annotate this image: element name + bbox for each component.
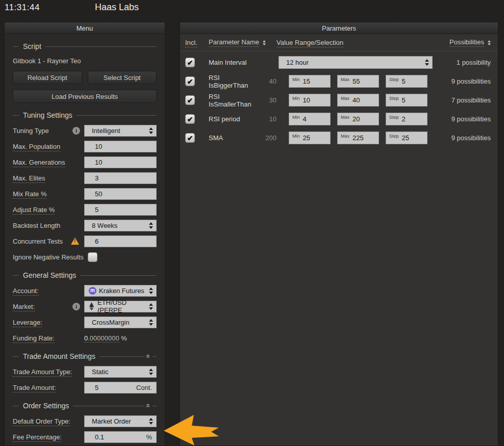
tuning-type-select[interactable]: Intelligent [84,125,157,137]
adjust-rate-input[interactable]: 5 [84,204,157,216]
column-parameter-name[interactable]: Parameter Name [209,38,276,47]
select-script-button[interactable]: Select Script [88,71,157,84]
funding-rate-value: 0.00000000 % [84,334,157,342]
spinner-icon[interactable] [146,418,153,425]
column-possibilities[interactable]: Possibilities [411,38,493,47]
ignore-negative-results-checkbox[interactable] [88,252,97,262]
checkmark-icon: ✔ [187,97,193,104]
unit-suffix: % [146,433,152,441]
input-value: 5 [95,384,98,391]
collapse-icon[interactable]: « [146,404,151,408]
min-input[interactable]: Min25 [289,132,331,144]
trade-amount-input[interactable]: 5 Cont. [84,382,157,393]
divider [13,356,19,357]
min-input[interactable]: Min10 [289,94,331,107]
field-label: Backtest Length [13,222,84,229]
field-label: Max. Generations [13,159,84,166]
main-interval-select[interactable]: 12 hour [279,56,433,69]
collapse-icon[interactable]: « [146,354,151,358]
include-checkbox[interactable]: ✔ [185,133,195,143]
step-input[interactable]: Step2 [386,113,427,125]
max-generations-input[interactable]: 10 [84,156,157,168]
checkmark-icon: ✔ [187,116,193,123]
parameter-name: RSI IsBiggerThan [209,74,261,89]
field-adjust-rate: Adjust Rate % 5 [13,203,157,216]
parameter-name: Main Interval [209,59,279,66]
divider [80,275,157,276]
reload-script-button[interactable]: Reload Script [13,71,82,84]
include-checkbox[interactable]: ✔ [185,95,195,105]
divider [13,275,19,276]
spinner-icon[interactable] [146,287,153,294]
checkmark-icon: ✔ [187,135,193,142]
input-value: 10 [95,159,102,166]
selected-value: Static [92,368,109,376]
spinner-icon[interactable] [146,303,153,310]
backtest-length-select[interactable]: 8 Weeks [84,220,157,231]
divider [73,406,144,406]
field-label: Tuning Type [13,127,69,135]
divider [77,115,157,116]
current-value: 200 [261,134,276,142]
spinner-icon[interactable] [146,127,153,134]
spinner-icon[interactable] [146,222,153,229]
spinner-icon[interactable] [146,369,153,375]
min-input[interactable]: Min15 [289,75,331,88]
max-elites-input[interactable]: 3 [84,172,157,184]
parameter-name: SMA [209,134,261,142]
concurrent-tests-input[interactable]: 6 [84,235,157,247]
input-value: 3 [95,174,98,182]
field-label: Market: [13,303,69,310]
section-title: Script [23,42,41,50]
field-label: Mix Rate % [13,190,84,198]
info-icon[interactable]: i [72,127,80,135]
max-input[interactable]: Max225 [337,132,379,144]
field-leverage: Leverage: CrossMargin [13,316,157,328]
trade-amount-type-select[interactable]: Static [84,366,157,378]
table-row: ✔ Main Interval 12 hour 1 possibility [180,53,498,72]
info-icon[interactable]: i [72,303,80,310]
max-input[interactable]: Max40 [337,94,379,107]
load-previous-results-button[interactable]: Load Previous Results [13,90,157,103]
default-order-type-select[interactable]: Market Order [84,415,157,427]
spinner-icon[interactable] [146,319,153,326]
divider [99,356,144,357]
leverage-select[interactable]: CrossMargin [84,317,157,328]
step-input[interactable]: Step5 [386,94,427,107]
field-label: Default Order Type: [13,417,84,425]
spinner-icon[interactable] [422,59,429,66]
include-checkbox[interactable]: ✔ [185,114,195,124]
selected-value: Market Order [92,417,131,425]
market-select[interactable]: ETH/USD (PERPE [84,301,157,312]
possibilities-value: 7 possibilities [434,96,493,104]
field-label: Funding Rate: [13,334,84,342]
mix-rate-input[interactable]: 50 [84,188,157,200]
account-select[interactable]: m Kraken Futures [84,285,157,297]
field-concurrent-tests: Concurrent Tests ! 6 [13,235,157,247]
step-input[interactable]: Step5 [386,75,427,88]
max-population-input[interactable]: 10 [84,141,157,152]
max-input[interactable]: Max55 [337,75,379,88]
section-order-settings: Order Settings « [13,402,157,410]
field-label: Max. Population [13,143,84,150]
sort-icon[interactable] [488,40,491,45]
section-title: General Settings [23,271,76,279]
max-input[interactable]: Max20 [337,113,379,125]
field-label: Account: [13,287,84,295]
field-mix-rate: Mix Rate % 50 [13,188,157,200]
kraken-logo-icon: m [89,287,96,295]
step-input[interactable]: Step25 [386,132,427,144]
field-tuning-type: Tuning Type i Intelligent [13,124,157,137]
include-checkbox[interactable]: ✔ [185,58,195,67]
field-label: Max. Elites [13,174,84,182]
selected-value: CrossMargin [92,319,130,326]
possibilities-value: 9 possibilities [434,134,493,142]
sort-icon[interactable] [263,40,266,45]
include-checkbox[interactable]: ✔ [185,76,195,86]
field-label: Ignore Negative Results [13,253,88,261]
section-trade-amount-settings: Trade Amount Settings « [13,352,157,360]
possibilities-value: 9 possibilities [434,115,493,123]
fee-percentage-input[interactable]: 0.1 % [84,431,157,443]
min-input[interactable]: Min4 [289,113,331,125]
input-value: 0.1 [95,433,104,441]
